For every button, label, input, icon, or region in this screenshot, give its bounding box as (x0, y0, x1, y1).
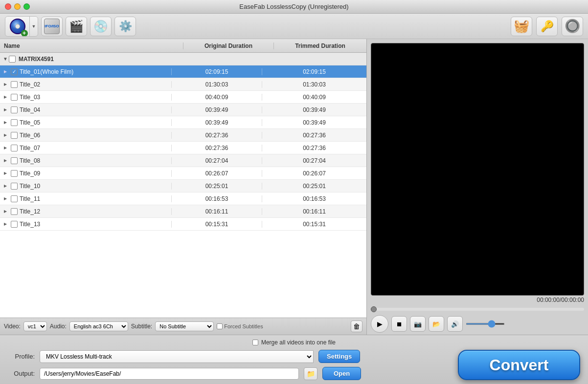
row-checkbox[interactable] (11, 94, 18, 101)
row-expand-icon[interactable]: ▶ (0, 196, 11, 201)
row-checkbox[interactable] (11, 157, 18, 164)
volume-slider[interactable] (466, 323, 505, 325)
left-panel: Name Original Duration Trimmed Duration … (0, 39, 367, 335)
row-original-duration: 00:27:04 (171, 157, 262, 164)
output-input[interactable] (40, 368, 299, 380)
browse-folder-button[interactable]: 📁 (304, 367, 317, 380)
row-checkbox[interactable]: ✓ (11, 68, 18, 75)
bluray-icon: 💿 (93, 20, 108, 33)
output-label: Output: (8, 370, 35, 377)
maximize-button[interactable] (23, 3, 30, 10)
row-checkbox[interactable] (11, 195, 18, 202)
footer-right: Convert (458, 350, 580, 380)
profile-select[interactable]: MKV Lossless Multi-track (40, 350, 314, 363)
table-row[interactable]: ▶Title_0201:30:0301:30:03 (0, 78, 366, 91)
register-button[interactable]: 🔑 (536, 17, 558, 36)
add-dvd-button[interactable]: + (5, 17, 30, 36)
purchase-button[interactable]: 🧺 (511, 17, 532, 36)
group-expand-icon[interactable]: ▼ (2, 56, 9, 63)
row-expand-icon[interactable]: ▶ (0, 146, 11, 150)
help-button[interactable]: 🔘 (562, 17, 583, 36)
open-folder-button[interactable]: 📂 (429, 316, 444, 332)
row-expand-icon[interactable]: ▶ (0, 69, 11, 74)
row-checkbox[interactable] (11, 107, 18, 113)
toolbar-right: 🧺 🔑 🔘 (511, 17, 583, 36)
add-video-button[interactable]: 🎬 (66, 17, 87, 36)
row-expand-icon[interactable]: ▶ (0, 158, 11, 163)
video-label: Video: (4, 323, 21, 330)
file-list[interactable]: ▼ MATRIX4591 ▶✓Title_01(Whole Film)02:09… (0, 53, 366, 318)
row-trimmed-duration: 00:39:49 (262, 119, 366, 126)
row-name: Title_04 (20, 107, 171, 113)
add-dvd-split-button[interactable]: + ▼ (5, 16, 38, 37)
row-expand-icon[interactable]: ▶ (0, 95, 11, 99)
merge-checkbox[interactable] (252, 340, 258, 345)
seek-bar[interactable] (371, 308, 584, 311)
table-row[interactable]: ▶Title_1100:16:5300:16:53 (0, 192, 366, 205)
table-row[interactable]: ▶✓Title_01(Whole Film)02:09:1502:09:15 (0, 65, 366, 78)
volume-button[interactable]: 🔊 (447, 316, 463, 332)
convert-button[interactable]: Convert (458, 350, 580, 380)
row-checkbox[interactable] (11, 119, 18, 126)
minimize-button[interactable] (14, 3, 21, 10)
right-panel: 00:00:00/00:00:00 ▶ ⏹ 📷 📂 🔊 (367, 39, 588, 335)
window-controls[interactable] (5, 3, 30, 10)
forced-subtitles-checkbox[interactable] (217, 323, 223, 329)
table-row[interactable]: ▶Title_0400:39:4900:39:49 (0, 104, 366, 116)
open-button[interactable]: Open (322, 367, 361, 380)
profile-select-container: MKV Lossless Multi-track (40, 350, 314, 363)
row-expand-icon[interactable]: ▶ (0, 120, 11, 125)
play-icon: ▶ (377, 320, 383, 328)
add-dvd-dropdown-arrow[interactable]: ▼ (30, 17, 38, 36)
row-expand-icon[interactable]: ▶ (0, 222, 11, 226)
settings-button[interactable]: Settings (318, 350, 360, 363)
delete-button[interactable]: 🗑 (351, 320, 362, 332)
table-row[interactable]: ▶Title_0500:39:4900:39:49 (0, 116, 366, 129)
row-checkbox[interactable] (11, 183, 18, 190)
video-select[interactable]: vc1 (23, 321, 47, 331)
row-expand-icon[interactable]: ▶ (0, 184, 11, 188)
table-row[interactable]: ▶Title_1000:25:0100:25:01 (0, 180, 366, 192)
stop-button[interactable]: ⏹ (391, 316, 407, 332)
subtitle-label: Subtitle: (131, 323, 152, 330)
close-button[interactable] (5, 3, 11, 10)
table-row[interactable]: ▶Title_0300:40:0900:40:09 (0, 91, 366, 104)
group-row[interactable]: ▼ MATRIX4591 (0, 53, 366, 65)
row-original-duration: 00:39:49 (171, 107, 262, 113)
subtitle-select[interactable]: No Subtitle (155, 321, 214, 331)
settings-toolbar-button[interactable]: ⚙️ (114, 17, 136, 36)
row-checkbox[interactable] (11, 132, 18, 139)
audio-select[interactable]: English ac3 6Ch (69, 321, 128, 331)
add-bluray-button[interactable]: 💿 (90, 17, 112, 36)
table-row[interactable]: ▶Title_0600:27:3600:27:36 (0, 129, 366, 142)
row-expand-icon[interactable]: ▶ (0, 133, 11, 137)
table-row[interactable]: ▶Title_0900:26:0700:26:07 (0, 167, 366, 180)
row-expand-icon[interactable]: ▶ (0, 209, 11, 213)
stop-icon: ⏹ (396, 320, 403, 328)
row-original-duration: 00:27:36 (171, 145, 262, 151)
row-checkbox[interactable] (11, 170, 18, 177)
table-row[interactable]: ▶Title_0800:27:0400:27:04 (0, 154, 366, 167)
row-expand-icon[interactable]: ▶ (0, 107, 11, 112)
row-expand-icon[interactable]: ▶ (0, 171, 11, 175)
toolbar-left: + ▼ IFO/ISO 🎬 💿 (5, 16, 136, 37)
row-name: Title_11 (20, 195, 171, 202)
table-row[interactable]: ▶Title_0700:27:3600:27:36 (0, 142, 366, 154)
snapshot-button[interactable]: 📷 (410, 316, 426, 332)
row-name: Title_05 (20, 119, 171, 126)
dvd-disc-icon: + (8, 17, 27, 36)
group-checkbox[interactable] (9, 56, 16, 63)
row-checkbox[interactable] (11, 221, 18, 228)
row-checkbox[interactable] (11, 208, 18, 215)
seek-bar-container[interactable] (367, 304, 588, 313)
profile-row: Profile: MKV Lossless Multi-track Settin… (8, 350, 458, 363)
output-row: Output: 📁 Open (8, 367, 458, 380)
table-row[interactable]: ▶Title_1300:15:3100:15:31 (0, 218, 366, 231)
row-expand-icon[interactable]: ▶ (0, 82, 11, 86)
table-row[interactable]: ▶Title_1200:16:1100:16:11 (0, 205, 366, 218)
play-button[interactable]: ▶ (371, 315, 388, 333)
row-checkbox[interactable] (11, 145, 18, 151)
row-checkbox[interactable] (11, 81, 18, 88)
ifo-iso-button[interactable]: IFO/ISO (41, 17, 63, 36)
time-display: 00:00:00/00:00:00 (367, 296, 588, 304)
